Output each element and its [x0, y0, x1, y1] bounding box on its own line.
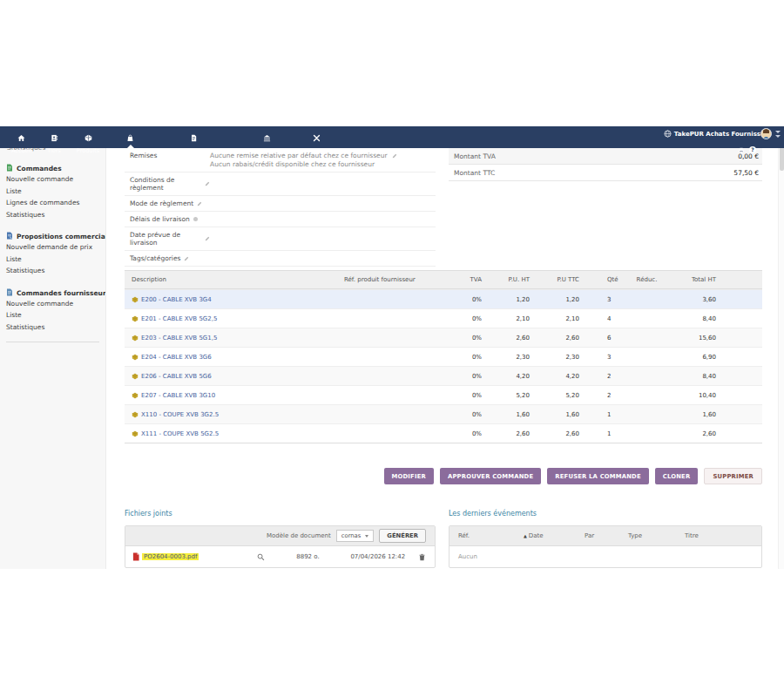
edit-pencil-icon[interactable]: [205, 236, 210, 241]
attachment-file-link[interactable]: PO2604-0003.pdf: [142, 553, 199, 560]
cell-total-ht: 8,40: [666, 373, 716, 380]
cell-pu-ht: 1,60: [482, 411, 530, 418]
help-question-icon[interactable]: ?: [749, 146, 756, 153]
cell-qty: 1: [579, 430, 627, 437]
total-ttc-row: Montant TTC 57,50 €: [449, 165, 762, 181]
globe-icon: [664, 130, 672, 138]
sidebar-item[interactable]: Liste: [0, 186, 105, 198]
nav-item-tiers[interactable]: Tiers: [39, 126, 69, 148]
sidebar-item[interactable]: Statistiques: [0, 321, 105, 334]
nav-item-facturation[interactable]: Facturation | Paiement: [153, 126, 233, 148]
table-row[interactable]: E201 - CABLE XVB 5G2,5 0% 2,10 2,10 4 8,…: [125, 308, 762, 328]
vertical-scrollbar[interactable]: [778, 126, 784, 569]
sidebar-divider: [6, 342, 99, 342]
table-row[interactable]: E206 - CABLE XVB 5G6 0% 4,20 4,20 2 8,40: [125, 366, 762, 385]
sidebar-item[interactable]: Statistiques: [0, 209, 105, 221]
sidebar-section-title[interactable]: Commandes: [0, 164, 105, 173]
table-row[interactable]: X110 - COUPE XVB 3G2.5 0% 1,60 1,60 1 1,…: [125, 404, 762, 423]
field-label: Conditions de règlement: [130, 176, 201, 192]
sidebar-item[interactable]: Nouvelle demande de prix: [0, 241, 105, 254]
company-user-label: TakePUR Achats Fourniss: [674, 131, 760, 138]
product-cube-icon: [132, 430, 139, 437]
action-button[interactable]: SUPPRIMER: [704, 468, 762, 484]
col-pu-ht: P.U. HT: [482, 276, 530, 283]
cell-pu-ttc: 1,20: [530, 296, 579, 303]
order-details-fields: Remises Aucune remise relative par défau…: [125, 148, 436, 267]
product-cube-icon: [132, 392, 139, 399]
col-supplier-ref: Réf. produit fournisseur: [344, 276, 431, 283]
edit-pencil-icon[interactable]: [392, 153, 397, 159]
nav-item-accueil[interactable]: Accueil: [3, 126, 39, 148]
edit-pencil-icon[interactable]: [197, 201, 202, 206]
action-button[interactable]: REFUSER LA COMMANDE: [547, 468, 648, 484]
sidebar-item[interactable]: Liste: [0, 254, 105, 266]
document-model-select[interactable]: cornas: [336, 530, 375, 542]
left-sidebar: Statistiques Commandes Nouvelle commande…: [0, 148, 106, 569]
events-col-titre[interactable]: Titre: [685, 532, 761, 539]
sidebar-section-title[interactable]: Commandes fournisseurs: [0, 288, 105, 298]
edit-pencil-icon[interactable]: [205, 181, 210, 186]
product-ref-link[interactable]: E206 - CABLE XVB 5G6: [141, 373, 212, 380]
col-total-ht: Total HT: [666, 276, 716, 283]
sidebar-item[interactable]: Statistiques: [0, 265, 105, 277]
table-row[interactable]: E200 - CABLE XVB 3G4 0% 1,20 1,20 3 3,60: [125, 289, 762, 308]
cell-tva: 0%: [431, 335, 482, 342]
table-row[interactable]: E204 - CABLE XVB 3G6 0% 2,30 2,30 3 6,90: [125, 347, 762, 366]
action-button[interactable]: CLONER: [655, 468, 699, 484]
sidebar-section-commandes-fournisseurs: Commandes fournisseurs Nouvelle commande…: [0, 288, 105, 334]
product-ref-link[interactable]: E201 - CABLE XVB 5G2,5: [141, 315, 217, 322]
table-row[interactable]: X111 - COUPE XVB 5G2.5 0% 2,60 2,60 1 2,…: [125, 423, 762, 443]
nav-item-commerce[interactable]: Commerce: [107, 126, 153, 148]
table-row[interactable]: E203 - CABLE XVB 5G1,5 0% 2,60 2,60 6 15…: [125, 328, 762, 347]
sidebar-item[interactable]: Nouvelle commande: [0, 173, 105, 186]
printer-icon[interactable]: [738, 141, 745, 158]
col-tva: TVA: [431, 276, 482, 283]
product-cube-icon: [132, 411, 139, 418]
attachments-title[interactable]: Fichiers joints: [125, 510, 172, 518]
attachments-header: Modèle de document cornas GÉNÉRER: [125, 526, 435, 546]
cell-total-ht: 1,60: [666, 411, 716, 418]
events-col-par[interactable]: Par: [585, 532, 628, 539]
product-ref-link[interactable]: E207 - CABLE XVB 3G10: [141, 392, 215, 399]
events-title[interactable]: Les derniers événements: [449, 510, 537, 518]
events-col-ref[interactable]: Réf.: [449, 532, 524, 539]
product-ref-link[interactable]: X111 - COUPE XVB 5G2.5: [141, 430, 219, 437]
top-navbar: Accueil Tiers Produits Commerce Facturat…: [0, 126, 784, 148]
sidebar-section-title[interactable]: Propositions commerciale …: [0, 232, 105, 241]
nav-label: Banques | Caisses: [241, 147, 293, 154]
cell-total-ht: 6,90: [666, 354, 716, 361]
product-ref-link[interactable]: X110 - COUPE XVB 3G2.5: [141, 411, 219, 418]
cell-qty: 4: [579, 315, 627, 322]
sidebar-item[interactable]: Nouvelle commande: [0, 298, 105, 310]
user-menu[interactable]: TakePUR Achats Fourniss: [664, 128, 781, 139]
chevron-down-icon[interactable]: [775, 131, 781, 138]
nav-item-banques[interactable]: Banques | Caisses: [233, 126, 301, 148]
product-cube-icon: [132, 315, 139, 322]
nav-item-produits[interactable]: Produits: [69, 126, 107, 148]
avatar[interactable]: [760, 128, 772, 139]
sort-asc-icon: ▲: [524, 533, 527, 538]
nav-item-outils[interactable]: Outils: [301, 126, 333, 148]
events-col-type[interactable]: Type: [628, 532, 685, 539]
cell-pu-ttc: 5,20: [530, 392, 579, 399]
action-button[interactable]: APPROUVER COMMANDE: [440, 468, 541, 484]
cell-pu-ht: 2,10: [482, 315, 530, 322]
events-header-row: Réf. ▲ Date Par Type Titre: [449, 526, 761, 546]
table-row[interactable]: E207 - CABLE XVB 3G10 0% 5,20 5,20 2 10,…: [125, 385, 762, 404]
generate-button[interactable]: GÉNÉRER: [379, 529, 426, 543]
product-ref-link[interactable]: E204 - CABLE XVB 3G6: [141, 354, 212, 361]
nav-label: Produits: [77, 147, 99, 154]
events-col-date[interactable]: ▲ Date: [524, 532, 585, 539]
cell-qty: 3: [579, 296, 627, 303]
sidebar-item[interactable]: Liste: [0, 309, 105, 321]
product-ref-link[interactable]: E200 - CABLE XVB 3G4: [141, 296, 212, 303]
field-label: Délais de livraison: [130, 215, 190, 223]
info-icon: [193, 217, 198, 221]
cell-tva: 0%: [431, 296, 482, 303]
action-button[interactable]: MODIFIER: [384, 468, 434, 484]
edit-pencil-icon[interactable]: [184, 256, 189, 261]
sidebar-item[interactable]: Lignes de commandes: [0, 197, 105, 209]
delete-trash-icon[interactable]: [418, 553, 435, 561]
preview-magnifier-icon[interactable]: [244, 553, 278, 561]
product-ref-link[interactable]: E203 - CABLE XVB 5G1,5: [141, 335, 217, 342]
